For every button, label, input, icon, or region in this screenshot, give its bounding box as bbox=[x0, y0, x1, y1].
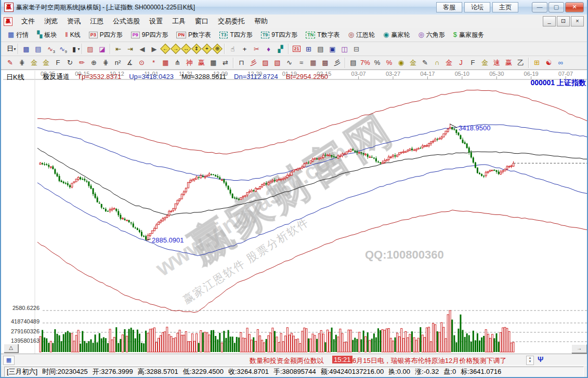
draw-gold-circle[interactable]: ◉ bbox=[395, 57, 407, 69]
titlebar-button-homepage[interactable]: 主页 bbox=[492, 2, 518, 12]
candle-style-dropdown[interactable]: ▮▼ bbox=[68, 43, 80, 55]
menu-item-trade-order[interactable]: 交易委托 bbox=[213, 16, 250, 27]
menu-item-gann[interactable]: 江恩 bbox=[85, 16, 108, 27]
mdi-restore-button[interactable]: ⊡ bbox=[557, 16, 570, 26]
draw-hatch[interactable]: ⋕ bbox=[16, 57, 28, 69]
color-bars[interactable]: ◪ bbox=[96, 43, 108, 55]
calendar-21[interactable]: 21 bbox=[291, 43, 303, 55]
draw-chart-bars[interactable]: ▤ bbox=[347, 57, 359, 69]
ticker-news-text[interactable]: 6月15日电，瑞银将布伦特原油12月价格预测下调了 bbox=[352, 356, 506, 366]
toolbar-button-p-number-table[interactable]: PNP数字表 bbox=[173, 29, 215, 41]
draw-width-arrows[interactable]: ⇄ bbox=[219, 57, 231, 69]
calculator[interactable]: ⊞ bbox=[303, 43, 315, 55]
maximize-button[interactable]: ▢ bbox=[548, 2, 564, 12]
magic-tool[interactable]: ♦ bbox=[263, 43, 275, 55]
expand-vertical-diamond[interactable]: ⇕ bbox=[191, 44, 202, 54]
menu-item-browse[interactable]: 浏览 bbox=[40, 16, 62, 27]
expand-horizontal-diamond[interactable]: ↔ bbox=[181, 44, 191, 54]
prev-bar[interactable]: ◀ bbox=[136, 43, 148, 55]
period-day-dropdown[interactable]: 日▼ bbox=[4, 43, 16, 55]
toolbar-button-t-square[interactable]: T3T四方形 bbox=[216, 29, 256, 41]
draw-hatch-3[interactable]: 彡 bbox=[331, 57, 343, 69]
menu-item-formula-stock-pick[interactable]: 公式选股 bbox=[108, 16, 145, 27]
draw-measure[interactable]: ⊓ bbox=[236, 57, 247, 69]
draw-grid-yellow[interactable]: ⊞ bbox=[531, 57, 543, 69]
toolbar-button-hexagon[interactable]: ◎六角形 bbox=[414, 29, 448, 41]
expand-pane-button[interactable]: △ bbox=[4, 344, 18, 353]
draw-angle-j[interactable]: J bbox=[455, 57, 467, 69]
draw-n-square[interactable]: n² bbox=[112, 57, 124, 69]
export-image[interactable]: ◫ bbox=[338, 43, 350, 55]
scissors[interactable]: ✂ bbox=[251, 43, 263, 55]
draw-fork[interactable]: ⋔ bbox=[172, 57, 184, 69]
draw-gold-arc[interactable]: ∩ bbox=[431, 57, 443, 69]
draw-gold-lines[interactable]: 金 bbox=[407, 57, 419, 69]
draw-angle-f[interactable]: F bbox=[467, 57, 479, 69]
menu-item-window[interactable]: 窗口 bbox=[190, 16, 213, 27]
draw-dense-grid-2[interactable]: ▩ bbox=[319, 57, 331, 69]
draw-ying[interactable]: 赢 bbox=[195, 57, 207, 69]
toolbar-button-9p-square[interactable]: P99P四方形 bbox=[127, 29, 172, 41]
notepad[interactable]: ▤ bbox=[315, 43, 326, 55]
menu-item-news[interactable]: 资讯 bbox=[62, 16, 85, 27]
save-floppy[interactable]: ▣ bbox=[326, 43, 338, 55]
draw-angle-su[interactable]: 速 bbox=[491, 57, 503, 69]
draw-gold-3[interactable]: 金 bbox=[443, 57, 455, 69]
mdi-close-button[interactable]: × bbox=[571, 16, 584, 26]
draw-hatch-2[interactable]: ⋕ bbox=[100, 57, 112, 69]
print-card[interactable]: ⊟ bbox=[350, 43, 362, 55]
pattern-box[interactable]: ▨ bbox=[84, 43, 96, 55]
wave-3[interactable]: ∿3 bbox=[44, 43, 56, 55]
hand-drag[interactable]: ☝ bbox=[227, 43, 239, 55]
draw-fan-box[interactable]: ▨ bbox=[259, 57, 271, 69]
toolbar-button-winner-service[interactable]: $赢家服务 bbox=[450, 29, 488, 41]
scroll-right-button[interactable]: → bbox=[571, 344, 587, 353]
next-bar[interactable]: ▶ bbox=[148, 43, 160, 55]
minimize-button[interactable]: — bbox=[532, 2, 547, 12]
draw-yinyang[interactable]: ☯ bbox=[543, 57, 555, 69]
draw-percent[interactable]: % bbox=[371, 57, 383, 69]
toolbar-button-winner-wheel[interactable]: ◉赢家轮 bbox=[380, 29, 413, 41]
draw-pencil[interactable]: ✎ bbox=[4, 57, 16, 69]
menu-item-tools[interactable]: 工具 bbox=[167, 16, 190, 27]
draw-pencil-3[interactable]: ✎ bbox=[419, 57, 431, 69]
puzzle-block[interactable]: ▞ bbox=[275, 43, 286, 55]
draw-zigzag[interactable]: ∿ bbox=[283, 57, 295, 69]
draw-gold-grid-2[interactable]: 金 bbox=[40, 57, 52, 69]
toolbar-button-9t-square[interactable]: T99T四方形 bbox=[257, 29, 302, 41]
draw-dense-grid[interactable]: ▦ bbox=[307, 57, 319, 69]
draw-angle-gold[interactable]: 金 bbox=[479, 57, 491, 69]
draw-angle-yi[interactable]: 乙 bbox=[515, 57, 527, 69]
draw-compass[interactable]: ⊙ bbox=[136, 57, 148, 69]
draw-angle[interactable]: ∡ bbox=[124, 57, 136, 69]
titlebar-button-forum[interactable]: 论坛 bbox=[464, 2, 490, 12]
draw-wave[interactable]: ≈ bbox=[295, 57, 307, 69]
draw-angle-ying[interactable]: 赢 bbox=[503, 57, 515, 69]
toolbar-button-p-square[interactable]: P3P四方形 bbox=[85, 29, 126, 41]
expand-all-diamond[interactable]: ⊕ bbox=[212, 44, 223, 54]
draw-percent-7[interactable]: 7% bbox=[359, 57, 371, 69]
mdi-minimize-button[interactable]: _ bbox=[543, 16, 556, 26]
shift-right-diamond[interactable]: → bbox=[171, 44, 181, 54]
draw-gold-grid-1[interactable]: 金 bbox=[28, 57, 40, 69]
first-bar[interactable]: ⇤ bbox=[112, 43, 124, 55]
draw-infinity[interactable]: ∞ bbox=[555, 57, 567, 69]
draw-f-grid[interactable]: F bbox=[52, 57, 64, 69]
titlebar-button-customer-service[interactable]: 客服 bbox=[436, 2, 462, 12]
wave-9[interactable]: ∿9 bbox=[56, 43, 68, 55]
toolbar-button-t-number-table[interactable]: TNT数字表 bbox=[302, 29, 343, 41]
draw-percent-lines[interactable]: % bbox=[383, 57, 395, 69]
draw-fan-box-2[interactable]: ▧ bbox=[271, 57, 283, 69]
toolbar-button-sectors[interactable]: ▚板块 bbox=[33, 29, 60, 41]
info-panel[interactable]: ▤ bbox=[32, 43, 44, 55]
draw-web-box[interactable]: ▦ bbox=[160, 57, 172, 69]
last-bar[interactable]: ⇥ bbox=[124, 43, 136, 55]
ticker-spinner[interactable]: ▲▼ bbox=[526, 356, 534, 365]
center-cross-diamond[interactable]: + bbox=[202, 44, 212, 54]
toolbar-button-market-quotes[interactable]: ▦行情 bbox=[4, 29, 32, 41]
toolbar-button-gann-wheel[interactable]: ◎江恩轮 bbox=[345, 29, 378, 41]
crosshair[interactable]: + bbox=[239, 43, 251, 55]
kline-chart-canvas[interactable]: 08-2509-1510-1211-0111-2112-0912-2901-19… bbox=[1, 70, 588, 354]
menu-item-file[interactable]: 文件 bbox=[17, 16, 40, 27]
draw-shen[interactable]: 神 bbox=[184, 57, 195, 69]
